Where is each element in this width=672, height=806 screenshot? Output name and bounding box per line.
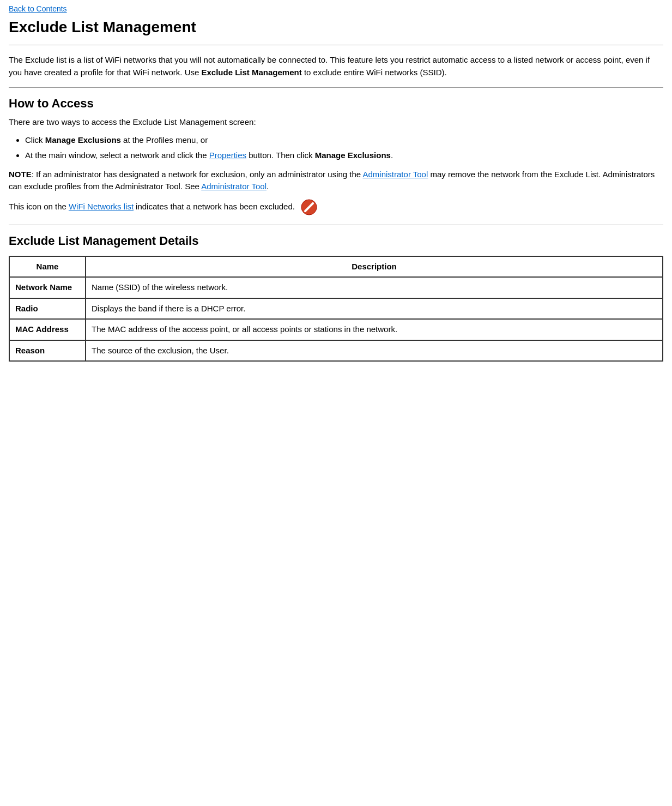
- intro-bold: Exclude List Management: [202, 68, 302, 77]
- excluded-network-icon: [300, 199, 318, 216]
- page-title: Exclude List Management: [9, 19, 663, 36]
- row-desc-network-name: Name (SSID) of the wireless network.: [86, 277, 663, 298]
- wifi-networks-list-link[interactable]: WiFi Networks list: [69, 201, 134, 213]
- table-row: Network Name Name (SSID) of the wireless…: [9, 277, 663, 298]
- row-name-network-name: Network Name: [9, 277, 86, 298]
- how-to-access-heading: How to Access: [9, 97, 663, 111]
- table-header-row: Name Description: [9, 256, 663, 278]
- col-header-name: Name: [9, 256, 86, 278]
- details-table: Name Description Network Name Name (SSID…: [9, 256, 663, 362]
- note-text-before: : If an administrator has designated a n…: [32, 170, 363, 179]
- note-paragraph: NOTE: If an administrator has designated…: [9, 169, 663, 193]
- bullet2-suffix: .: [391, 151, 393, 160]
- how-to-access-list: Click Manage Exclusions at the Profiles …: [25, 134, 663, 162]
- admin-tool-link-2[interactable]: Administrator Tool: [201, 182, 267, 191]
- row-name-mac-address: MAC Address: [9, 319, 86, 340]
- list-item-1: Click Manage Exclusions at the Profiles …: [25, 134, 663, 147]
- intro-paragraph: The Exclude list is a list of WiFi netwo…: [9, 54, 663, 79]
- excluded-icon-row: This icon on the WiFi Networks list indi…: [9, 199, 663, 216]
- col-header-description: Description: [86, 256, 663, 278]
- bullet1-prefix: Click: [25, 135, 45, 145]
- table-row: Radio Displays the band if there is a DH…: [9, 298, 663, 320]
- bullet1-bold: Manage Exclusions: [45, 135, 121, 145]
- bullet2-middle: button. Then click: [246, 151, 315, 160]
- divider-3: [9, 225, 663, 225]
- divider-2: [9, 87, 663, 88]
- bullet2-prefix: At the main window, select a network and…: [25, 151, 209, 160]
- list-item-2: At the main window, select a network and…: [25, 149, 663, 162]
- note-text-after: .: [267, 182, 269, 191]
- bullet1-suffix: at the Profiles menu, or: [121, 135, 208, 145]
- row-name-reason: Reason: [9, 340, 86, 362]
- note-label: NOTE: [9, 170, 32, 179]
- bullet2-bold: Manage Exclusions: [315, 151, 391, 160]
- row-name-radio: Radio: [9, 298, 86, 320]
- table-row: MAC Address The MAC address of the acces…: [9, 319, 663, 340]
- row-desc-mac-address: The MAC address of the access point, or …: [86, 319, 663, 340]
- intro-suffix: to exclude entire WiFi networks (SSID).: [302, 68, 447, 77]
- how-to-access-description: There are two ways to access the Exclude…: [9, 116, 663, 129]
- admin-tool-link-1[interactable]: Administrator Tool: [363, 170, 428, 179]
- properties-link[interactable]: Properties: [209, 151, 246, 160]
- details-heading: Exclude List Management Details: [9, 234, 663, 248]
- table-row: Reason The source of the exclusion, the …: [9, 340, 663, 362]
- row-desc-reason: The source of the exclusion, the User.: [86, 340, 663, 362]
- divider-1: [9, 45, 663, 45]
- back-to-contents-link[interactable]: Back to Contents: [9, 4, 663, 13]
- bottom-spacer: [9, 367, 663, 389]
- row-desc-radio: Displays the band if there is a DHCP err…: [86, 298, 663, 320]
- icon-row-prefix: This icon on the: [9, 201, 66, 213]
- icon-row-suffix: indicates that a network has been exclud…: [136, 201, 295, 213]
